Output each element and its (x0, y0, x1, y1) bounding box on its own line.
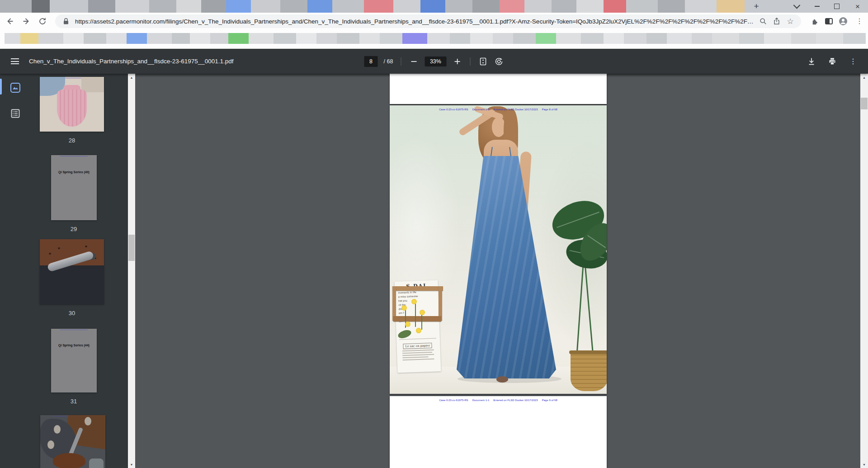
photo-yellow-flower (420, 310, 425, 315)
minimize-button[interactable] (809, 0, 825, 13)
toolbar-divider (470, 57, 470, 66)
page-number-input[interactable] (364, 56, 378, 67)
photo-flower-stem (421, 314, 422, 330)
thumbnail-page-28[interactable] (40, 77, 104, 132)
thumbnail-page-32[interactable] (40, 415, 105, 468)
pdf-page-controls: / 68 33% (364, 56, 504, 67)
close-window-button[interactable]: × (850, 0, 865, 13)
share-icon[interactable] (772, 17, 781, 26)
download-button[interactable] (807, 57, 816, 66)
sidebar-scroll-thumb[interactable] (128, 235, 135, 261)
photo-yellow-flower (405, 321, 410, 327)
bookmark-star-icon[interactable]: ☆ (786, 17, 795, 26)
stamp-entered: Entered on FLSD Docket 10/17/2023 (493, 398, 538, 402)
pdf-page-9-top: Case 0:23-cv-61975-RS Document 1-1 Enter… (390, 396, 607, 468)
active-panel-indicator (0, 79, 2, 95)
zoom-level-display[interactable]: 33% (425, 57, 446, 66)
lock-icon[interactable] (61, 17, 71, 26)
zoom-in-button[interactable] (452, 57, 462, 66)
card-title: Le sac en papier (403, 343, 432, 349)
photo-yellow-flower (416, 328, 421, 333)
pdf-action-buttons: ⋮ (807, 57, 858, 66)
bookmarks-pixelation (0, 33, 868, 44)
case-stamp-header-page9: Case 0:23-cv-61975-RS Document 1-1 Enter… (390, 398, 607, 402)
rotate-button[interactable] (494, 57, 504, 66)
profile-avatar[interactable] (838, 16, 848, 26)
back-arrow-icon (5, 17, 14, 26)
print-button[interactable] (827, 57, 837, 66)
zoom-page-icon[interactable] (759, 17, 768, 26)
browser-window: + × https://assets2.pacermonitor.com/fil… (0, 0, 868, 468)
photo-yellow-flower (401, 305, 407, 311)
thumbnail-page-30[interactable] (40, 239, 104, 304)
pdf-sidebar: 28 Qi Spring Series (40) 29 30 (0, 74, 135, 468)
thumbnail-label-30: 30 (39, 310, 105, 317)
forward-button[interactable] (21, 16, 32, 27)
case-stamp-header-page8: Case 0:23-cv-61975-RS Document 1-1 Enter… (390, 108, 607, 111)
print-icon (828, 57, 837, 66)
reload-icon (38, 17, 47, 26)
pdf-page-7-bottom (390, 74, 607, 104)
tab-strip-pixelation (0, 0, 868, 13)
thumbnails-view-button[interactable] (10, 82, 21, 93)
page-count-label: / 68 (384, 58, 393, 65)
browser-menu-button[interactable]: ⋮ (854, 16, 864, 26)
pdf-page-8: S DAI moments in lifea miss someonehat y… (390, 105, 607, 394)
new-tab-button[interactable]: + (750, 0, 762, 12)
thumb-dim-overlay (51, 329, 97, 392)
stamp-document: Document 1-1 (472, 398, 490, 402)
pdf-viewer-area: S DAI moments in lifea miss someonehat y… (135, 74, 860, 468)
document-outline-button[interactable] (11, 109, 20, 118)
stamp-entered: Entered on FLSD Docket 10/17/2023 (493, 108, 538, 111)
sidebar-scroll-down-button[interactable]: ▼ (128, 461, 135, 468)
rotate-ccw-icon (494, 57, 503, 66)
pdf-menu-button[interactable] (11, 58, 19, 64)
main-scrollbar[interactable]: ▲ ▼ (860, 74, 868, 468)
reload-button[interactable] (37, 16, 48, 27)
pdf-toolbar: Chen_v_The_Individuals_Partnerships_and_… (0, 49, 868, 74)
sidebar-scroll-up-button[interactable]: ▲ (128, 74, 135, 81)
photo-crate-board (392, 286, 396, 321)
maximize-button[interactable] (829, 0, 844, 13)
photo-model-foot (496, 376, 508, 383)
extensions-button[interactable] (809, 16, 819, 26)
main-scroll-down-button[interactable]: ▼ (860, 461, 868, 468)
photo-crate-board (393, 316, 441, 321)
thumbnail-page-29[interactable]: Qi Spring Series (40) (51, 155, 97, 220)
thumb-dim-overlay (51, 155, 97, 220)
tab-search-chevron-button[interactable] (789, 0, 804, 13)
zoom-out-button[interactable] (409, 57, 419, 66)
close-icon: × (855, 3, 860, 10)
main-scroll-thumb[interactable] (861, 98, 868, 109)
minimize-icon (815, 6, 820, 7)
fit-to-page-button[interactable] (478, 57, 488, 66)
stamp-case-number: Case 0:23-cv-61975-RS (439, 108, 468, 111)
photo-crate-board (439, 286, 442, 321)
side-panel-button[interactable] (824, 16, 834, 26)
outline-list-icon (11, 109, 20, 118)
paper-bag-card: Le sac en papier (399, 338, 437, 361)
photo-backdrop-sign: S DAI moments in lifea miss someonehat y… (395, 280, 441, 373)
maximize-icon (834, 4, 840, 9)
stamp-case-number: Case 0:23-cv-61975-RS (439, 398, 468, 402)
side-panel-icon (825, 18, 833, 24)
sidebar-scrollbar[interactable]: ▲ ▼ (128, 74, 135, 468)
main-scroll-up-button[interactable]: ▲ (860, 74, 868, 81)
stamp-document: Document 1-1 (472, 108, 490, 111)
thumbnail-page-31[interactable]: Qi Spring Series (44) (51, 329, 97, 392)
fit-page-icon (478, 57, 487, 66)
browser-nav-bar: https://assets2.pacermonitor.com/filings… (0, 13, 868, 30)
toolbar-divider (401, 57, 401, 66)
download-icon (807, 57, 816, 66)
pdf-more-options-button[interactable]: ⋮ (848, 57, 858, 66)
photo-crate-board (392, 286, 443, 291)
url-text[interactable]: https://assets2.pacermonitor.com/filings… (75, 18, 754, 25)
stamp-page: Page 8 of 68 (542, 108, 557, 111)
url-bar[interactable]: https://assets2.pacermonitor.com/filings… (55, 14, 801, 28)
card-text-bars (400, 350, 437, 361)
puzzle-icon (810, 17, 819, 26)
avatar-icon (839, 17, 848, 26)
photo-basket (571, 350, 607, 391)
exhibit-photo: S DAI moments in lifea miss someonehat y… (390, 105, 607, 394)
back-button[interactable] (5, 16, 15, 27)
